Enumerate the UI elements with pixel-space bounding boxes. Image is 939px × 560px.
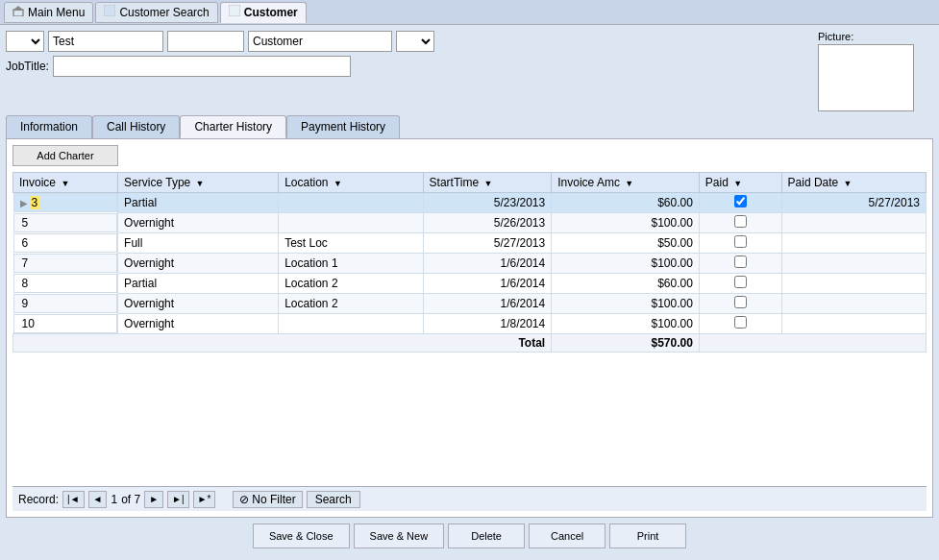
- starttime-cell: 1/8/2014: [423, 314, 552, 334]
- search-button[interactable]: Search: [307, 491, 360, 508]
- table-row[interactable]: 8PartialLocation 21/6/2014$60.00: [13, 274, 927, 294]
- nav-prev-button[interactable]: ◄: [88, 491, 108, 508]
- paiddate-cell: [781, 233, 926, 254]
- add-charter-wrapper: Add Charter: [12, 145, 927, 172]
- tab-customer[interactable]: Customer: [220, 2, 307, 23]
- paid-checkbox[interactable]: [734, 195, 747, 207]
- col-header-starttime[interactable]: StartTime ▼: [423, 173, 552, 193]
- delete-button[interactable]: Delete: [448, 523, 525, 548]
- servicetype-sort-icon: ▼: [196, 179, 205, 188]
- table-row[interactable]: 7OvernightLocation 11/6/2014$100.00: [13, 254, 927, 274]
- starttime-sort-icon: ▼: [483, 179, 492, 188]
- location-cell: [279, 193, 423, 213]
- location-cell: Location 2: [279, 294, 423, 314]
- last-name-input[interactable]: [248, 31, 392, 52]
- total-amount: $570.00: [552, 334, 700, 353]
- starttime-cell: 5/23/2013: [423, 193, 552, 213]
- paid-cell[interactable]: [699, 193, 781, 213]
- tab-charterhistory[interactable]: Charter History: [180, 115, 286, 138]
- invoice-cell: 10: [22, 317, 35, 330]
- paid-checkbox[interactable]: [734, 215, 747, 228]
- picture-area: Picture:: [818, 31, 933, 111]
- nav-next-button[interactable]: ►: [144, 491, 163, 508]
- row-selector: 6: [13, 233, 118, 253]
- col-header-paiddate[interactable]: Paid Date ▼: [781, 173, 926, 193]
- invoice-cell: 7: [22, 256, 29, 270]
- table-row[interactable]: 6FullTest Loc5/27/2013$50.00: [13, 233, 927, 254]
- jobtitle-label: JobTitle:: [6, 60, 49, 73]
- col-header-servicetype[interactable]: Service Type ▼: [118, 173, 279, 193]
- add-charter-button[interactable]: Add Charter: [12, 145, 118, 166]
- servicetype-cell: Partial: [118, 193, 279, 213]
- tab-customersearch[interactable]: Customer Search: [95, 2, 217, 23]
- name-prefix-select[interactable]: [6, 31, 44, 52]
- table-row[interactable]: 5Overnight5/26/2013$100.00: [13, 213, 927, 233]
- name-suffix-select[interactable]: [396, 31, 434, 52]
- paiddate-col-label: Paid Date: [788, 176, 839, 189]
- tab-mainmenu[interactable]: Main Menu: [4, 2, 93, 23]
- first-name-input[interactable]: [48, 31, 163, 52]
- total-row: Total$570.00: [13, 334, 927, 353]
- starttime-cell: 1/6/2014: [423, 294, 552, 314]
- jobtitle-row: JobTitle:: [6, 56, 812, 77]
- paiddate-cell: [781, 294, 926, 314]
- row-arrow-icon: ▶: [20, 198, 28, 208]
- information-tab-label: Information: [20, 120, 78, 134]
- tab-information[interactable]: Information: [6, 115, 92, 138]
- picture-label: Picture:: [818, 31, 853, 42]
- tab-paymenthistory[interactable]: Payment History: [286, 115, 400, 138]
- servicetype-cell: Overnight: [118, 254, 279, 274]
- paid-cell[interactable]: [699, 294, 781, 314]
- paid-cell[interactable]: [699, 274, 781, 294]
- location-cell: Test Loc: [279, 233, 423, 254]
- paid-checkbox[interactable]: [734, 296, 747, 308]
- servicetype-cell: Partial: [118, 274, 279, 294]
- form-area: JobTitle: Picture:: [6, 31, 933, 111]
- paid-checkbox[interactable]: [734, 276, 747, 288]
- table-row[interactable]: 10Overnight1/8/2014$100.00: [13, 314, 927, 334]
- invoice-col-label: Invoice: [19, 176, 56, 189]
- invoice-cell: 5: [22, 216, 29, 230]
- paid-checkbox[interactable]: [734, 316, 747, 329]
- col-header-paid[interactable]: Paid ▼: [699, 173, 781, 193]
- col-header-location[interactable]: Location ▼: [279, 173, 423, 193]
- invoiceamount-cell: $60.00: [552, 193, 700, 213]
- print-button[interactable]: Print: [609, 523, 686, 548]
- col-header-invoice[interactable]: Invoice ▼: [13, 173, 118, 193]
- svg-rect-2: [104, 5, 115, 16]
- nav-new-button[interactable]: ►*: [193, 491, 216, 508]
- table-row[interactable]: 9OvernightLocation 21/6/2014$100.00: [13, 294, 927, 314]
- table-row[interactable]: ▶3Partial5/23/2013$60.005/27/2013: [13, 193, 927, 213]
- paid-cell[interactable]: [699, 213, 781, 233]
- nav-last-button[interactable]: ►|: [167, 491, 189, 508]
- nav-first-button[interactable]: |◄: [62, 491, 85, 508]
- invoiceamount-cell: $100.00: [552, 213, 700, 233]
- record-current: 1: [111, 493, 117, 506]
- starttime-cell: 1/6/2014: [423, 274, 552, 294]
- charter-panel: Add Charter Invoice ▼ Service Type ▼: [6, 138, 933, 518]
- invoice-cell: 6: [22, 236, 29, 250]
- bottom-buttons: Save & Close Save & New Delete Cancel Pr…: [6, 518, 933, 554]
- cancel-button[interactable]: Cancel: [529, 523, 605, 548]
- tab-callhistory[interactable]: Call History: [92, 115, 180, 138]
- middle-name-input[interactable]: [167, 31, 244, 52]
- jobtitle-input[interactable]: [53, 56, 351, 77]
- paid-checkbox[interactable]: [734, 256, 747, 268]
- paid-checkbox[interactable]: [734, 235, 747, 248]
- person-icon: [229, 5, 240, 19]
- col-header-invoiceamount[interactable]: Invoice Amc ▼: [552, 173, 700, 193]
- paid-col-label: Paid: [705, 176, 729, 189]
- row-selector: 7: [13, 254, 118, 273]
- save-new-button[interactable]: Save & New: [354, 523, 445, 548]
- table-scroll-area[interactable]: Invoice ▼ Service Type ▼ Location ▼ St: [12, 172, 927, 486]
- search-nav-label: Search: [315, 493, 352, 506]
- total-label: Total: [13, 334, 552, 353]
- save-close-button[interactable]: Save & Close: [253, 523, 350, 548]
- paid-cell[interactable]: [699, 233, 781, 254]
- paid-cell[interactable]: [699, 314, 781, 334]
- paid-cell[interactable]: [699, 254, 781, 274]
- no-filter-label: No Filter: [252, 493, 295, 506]
- charter-table-body: ▶3Partial5/23/2013$60.005/27/20135Overni…: [13, 193, 927, 353]
- no-filter-button[interactable]: ⊘ No Filter: [233, 491, 302, 508]
- search-icon: [104, 5, 115, 19]
